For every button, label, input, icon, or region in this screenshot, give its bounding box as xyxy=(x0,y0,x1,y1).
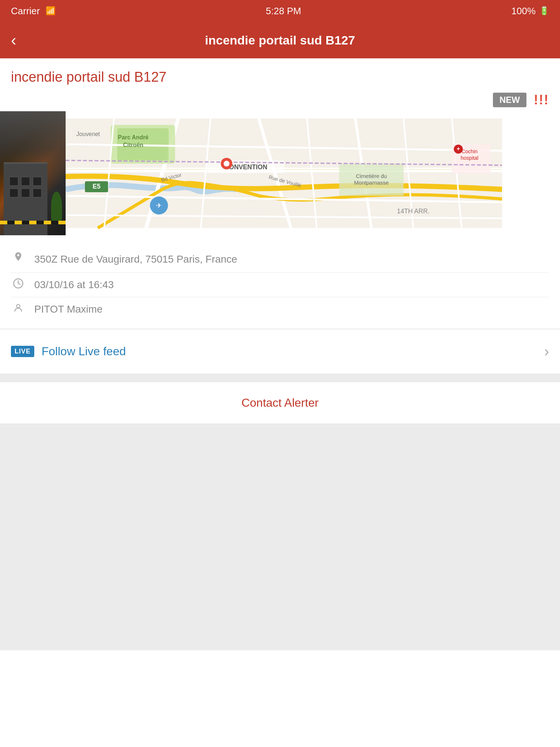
svg-text:Jouvenet: Jouvenet xyxy=(77,131,100,137)
battery-label: 100% xyxy=(512,5,536,17)
location-icon xyxy=(11,251,26,267)
svg-text:Cimetière du: Cimetière du xyxy=(356,173,387,179)
nav-bar: ‹ incendie portail sud B127 xyxy=(0,22,560,58)
badge-row: NEW !!! xyxy=(0,92,560,111)
nav-title: incendie portail sud B127 xyxy=(205,33,355,47)
status-bar-right: 100% 🔋 xyxy=(512,5,549,17)
content: incendie portail sud B127 NEW !!! xyxy=(0,58,560,650)
address-text: 350Z Rue de Vaugirard, 75015 Paris, Fran… xyxy=(34,253,237,265)
back-button[interactable]: ‹ xyxy=(11,32,16,48)
bottom-gray-area xyxy=(0,424,560,650)
priority-icon: !!! xyxy=(534,92,549,108)
battery-icon: 🔋 xyxy=(539,6,549,16)
live-feed-left: LIVE Follow Live feed xyxy=(11,345,126,358)
carrier-label: Carrier xyxy=(11,5,40,17)
datetime-text: 03/10/16 at 16:43 xyxy=(34,279,114,291)
map-svg: E5 CONVENTION Parc André Citroën Jouvene… xyxy=(66,111,560,235)
page-title: incendie portail sud B127 xyxy=(0,58,560,92)
live-feed-row[interactable]: LIVE Follow Live feed › xyxy=(0,329,560,374)
author-text: PITOT Maxime xyxy=(34,303,102,315)
map-container[interactable]: E5 CONVENTION Parc André Citroën Jouvene… xyxy=(0,111,560,235)
chevron-right-icon: › xyxy=(544,343,549,360)
svg-text:14TH ARR.: 14TH ARR. xyxy=(397,208,429,215)
clock-icon xyxy=(11,278,26,292)
svg-point-38 xyxy=(223,161,229,167)
svg-text:Montparnasse: Montparnasse xyxy=(354,179,389,186)
svg-text:Citroën: Citroën xyxy=(123,142,144,148)
divider-thick-1 xyxy=(0,374,560,382)
person-icon xyxy=(11,302,26,316)
svg-text:Parc André: Parc André xyxy=(118,134,148,140)
svg-text:+: + xyxy=(456,146,460,152)
status-bar-time: 5:28 PM xyxy=(266,5,301,17)
new-badge: NEW xyxy=(493,93,526,107)
contact-alerter-text: Contact Alerter xyxy=(241,396,319,410)
wifi-icon: 📶 xyxy=(46,6,55,16)
svg-text:hospital: hospital xyxy=(461,155,479,161)
svg-point-40 xyxy=(16,305,20,308)
live-feed-text: Follow Live feed xyxy=(42,345,126,358)
status-bar-left: Carrier 📶 xyxy=(11,5,55,17)
info-section: 350Z Rue de Vaugirard, 75015 Paris, Fran… xyxy=(0,235,560,321)
svg-text:✈: ✈ xyxy=(156,201,162,209)
svg-text:E5: E5 xyxy=(93,183,101,190)
live-icon: LIVE xyxy=(11,346,34,357)
fire-scene-image xyxy=(0,111,66,235)
status-bar: Carrier 📶 5:28 PM 100% 🔋 xyxy=(0,0,560,22)
svg-text:Cochin: Cochin xyxy=(462,148,478,154)
datetime-row: 03/10/16 at 16:43 xyxy=(11,273,549,297)
address-row: 350Z Rue de Vaugirard, 75015 Paris, Fran… xyxy=(11,246,549,273)
contact-alerter-row[interactable]: Contact Alerter xyxy=(0,382,560,423)
author-row: PITOT Maxime xyxy=(11,297,549,321)
